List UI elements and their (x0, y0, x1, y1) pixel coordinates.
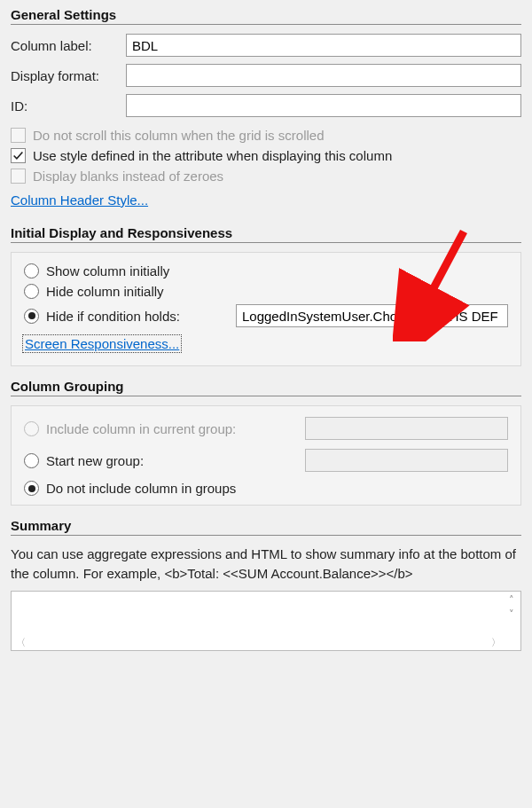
section-header-grouping: Column Grouping (11, 379, 521, 396)
checkbox-blanks (11, 169, 26, 184)
radio-show-initially[interactable] (24, 263, 39, 278)
radio-do-not-include[interactable] (24, 481, 39, 496)
group-initial-display: Show column initially Hide column initia… (11, 252, 521, 366)
link-screen-responsiveness[interactable]: Screen Responsiveness... (24, 336, 180, 351)
id-label: ID: (11, 98, 126, 114)
section-header-summary: Summary (11, 518, 521, 536)
section-header-initial: Initial Display and Responsiveness (11, 225, 521, 243)
summary-textarea[interactable] (12, 592, 503, 636)
radio-include-group (24, 421, 39, 436)
condition-input[interactable] (236, 304, 508, 327)
column-label-input[interactable] (126, 34, 521, 57)
radio-include-group-label: Include column in current group: (46, 421, 298, 436)
column-label-label: Column label: (11, 38, 126, 53)
display-format-label: Display format: (11, 68, 126, 83)
checkbox-no-scroll-label: Do not scroll this column when the grid … (33, 128, 324, 143)
group-column-grouping: Include column in current group: Start n… (11, 405, 521, 506)
radio-do-not-include-label: Do not include column in groups (46, 481, 236, 496)
display-format-input[interactable] (126, 64, 521, 87)
checkbox-no-scroll (11, 128, 26, 143)
summary-description: You can use aggregate expressions and HT… (11, 545, 521, 584)
radio-hide-if-condition[interactable] (24, 309, 39, 324)
checkbox-blanks-label: Display blanks instead of zeroes (33, 169, 223, 184)
checkbox-use-style[interactable] (11, 148, 26, 163)
id-input[interactable] (126, 94, 521, 117)
radio-hide-initially-label: Hide column initially (46, 284, 164, 299)
summary-text-wrap: ˄ ˅ 〈 〉 (11, 591, 521, 651)
link-column-header-style[interactable]: Column Header Style... (11, 192, 148, 208)
radio-hide-initially[interactable] (24, 284, 39, 299)
radio-start-new-group-label: Start new group: (46, 453, 298, 468)
start-new-group-input (305, 449, 508, 472)
section-header-general: General Settings (11, 7, 521, 25)
radio-hide-if-condition-label: Hide if condition holds: (46, 309, 223, 324)
checkbox-use-style-label: Use style defined in the attribute when … (33, 148, 392, 163)
checkmark-icon (12, 150, 24, 161)
include-group-input (305, 417, 508, 440)
scroll-down-icon[interactable]: ˅ (505, 608, 519, 620)
scroll-up-icon[interactable]: ˄ (505, 593, 519, 606)
scroll-left-icon[interactable]: 〈 (13, 636, 27, 648)
radio-start-new-group[interactable] (24, 453, 39, 468)
radio-show-initially-label: Show column initially (46, 263, 169, 278)
scroll-right-icon[interactable]: 〉 (489, 636, 503, 648)
